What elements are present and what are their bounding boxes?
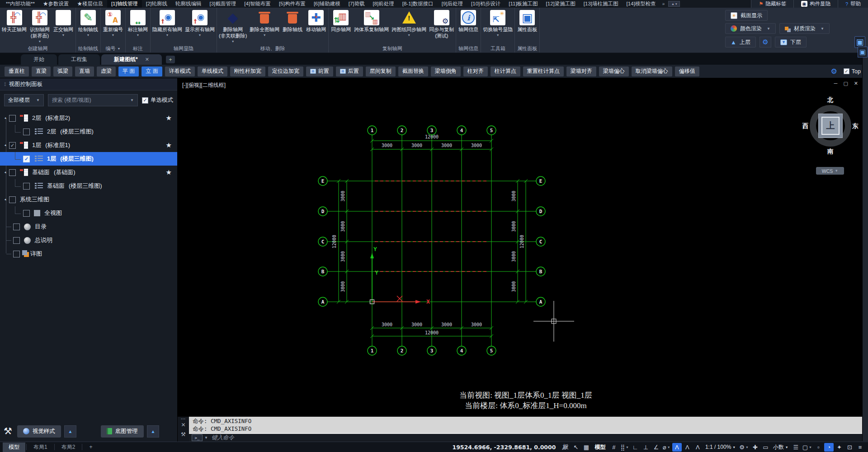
tree-row-1[interactable]: 2层(楼层三维图)	[0, 125, 177, 138]
slab-toggle-icon[interactable]: 板	[561, 443, 570, 452]
favorite-star-icon[interactable]: ★	[166, 141, 172, 149]
section-display-button[interactable]: ✳ 截面显示	[725, 10, 768, 21]
ribbon-button-9-0[interactable]: ▣属性面板	[515, 9, 539, 33]
base-map-expand-button[interactable]: ▲	[147, 425, 159, 438]
graphics-performance-icon[interactable]: ◔	[824, 443, 834, 452]
toolbar-button-8[interactable]: 单线模式	[198, 67, 227, 76]
ribbon-button-6-3[interactable]: ⚙同步与复制(测试)	[428, 9, 455, 40]
toolbar-button-20[interactable]: 梁墙偏心	[599, 67, 629, 76]
tree-checkbox[interactable]: ✓	[9, 142, 16, 149]
image-ref-icon[interactable]: ▦	[581, 443, 591, 452]
view-compass[interactable]: 上 北 东 南 西	[803, 99, 858, 153]
ribbon-button-8-0[interactable]: ⇱✳切换轴号显隐▼	[481, 9, 514, 37]
menu-item-6[interactable]: [3]截面管理	[206, 0, 241, 8]
close-icon[interactable]: ✕	[145, 57, 149, 62]
ribbon-button-6-1[interactable]: ▥↘▥跨体系复制轴网	[353, 9, 390, 33]
menu-item-18[interactable]: [14]模型检查	[622, 0, 660, 8]
ribbon-button-1-0[interactable]: ✎绘制轴线▼	[76, 9, 100, 37]
toolbar-button-19[interactable]: 梁墙对齐	[566, 67, 596, 76]
command-prompt-icon[interactable]: >_	[192, 434, 203, 441]
quick-properties-icon[interactable]: ☰	[791, 443, 801, 452]
toolbar-button-13[interactable]: 层间复制	[366, 67, 396, 76]
compass-east[interactable]: 东	[852, 122, 859, 130]
tree-checkbox[interactable]: ✓	[23, 156, 30, 162]
layer-up-button[interactable]: ▲ 上层	[725, 37, 756, 48]
tree-row-7[interactable]: 全视图	[0, 206, 177, 220]
ribbon-button-3-0[interactable]: ↔标注轴网▼	[126, 9, 150, 37]
annotation-scale-value[interactable]: 1:1 / 100%▼	[703, 444, 738, 450]
tree-row-0[interactable]: ▸2层(标准层2)★	[0, 111, 177, 125]
unit-format[interactable]: 小数▼	[771, 443, 791, 451]
layout-tab-0[interactable]: 模型	[3, 442, 25, 452]
tree-row-10[interactable]: 详图	[0, 247, 177, 261]
tree-row-2[interactable]: ▸✓1层(标准层1)★	[0, 138, 177, 152]
tree-row-5[interactable]: 基础面(楼层三维图)	[0, 179, 177, 193]
compass-west[interactable]: 西	[802, 122, 809, 130]
tree-checkbox[interactable]	[23, 210, 30, 217]
annotation-visibility-icon[interactable]: Λ	[672, 443, 682, 452]
minimize-icon[interactable]: ─	[834, 81, 838, 86]
viewport[interactable]: [-][俯视][二维线框] ─ ▢ ✕ 12000300030003000300…	[178, 78, 868, 416]
menu-item-12[interactable]: [8-1]数据接口	[398, 0, 438, 8]
menubar-button-1[interactable]: ◉构件显隐	[793, 0, 838, 8]
grid-display-icon[interactable]: #	[609, 443, 618, 452]
close-icon[interactable]: ✕	[854, 81, 858, 86]
menu-item-7[interactable]: [4]智能布置	[240, 0, 275, 8]
menu-item-15[interactable]: [11]板施工图	[505, 0, 542, 8]
tree-row-9[interactable]: 总说明	[0, 233, 177, 247]
tree-expand-icon[interactable]: ▸	[2, 114, 9, 122]
ribbon-button-4-0[interactable]: ◉†隐藏所有轴网▼	[151, 9, 184, 37]
favorite-star-icon[interactable]: ★	[166, 168, 172, 176]
annotation-scale-icon[interactable]: Λ	[693, 443, 703, 452]
drag-grip-icon[interactable]: ▪▪▪	[181, 417, 185, 420]
visual-style-expand-button[interactable]: ▲	[64, 425, 76, 438]
menu-icon[interactable]: ≡	[855, 443, 865, 452]
command-input[interactable]: >_ ▼ 键入命令	[189, 433, 868, 442]
viewport-title[interactable]: [-][俯视][二维线框]	[182, 81, 226, 89]
wcs-selector[interactable]: WCS ▼	[816, 167, 844, 175]
ribbon-button-4-1[interactable]: ◉†显示所有轴网▼	[184, 9, 216, 37]
ortho-icon[interactable]: ∟	[631, 443, 640, 452]
document-tab-1[interactable]: 工程集	[58, 54, 100, 65]
menu-item-2[interactable]: ★楼层信息	[73, 0, 107, 8]
toolbar-button-1[interactable]: 直梁	[32, 67, 51, 76]
menu-item-14[interactable]: [10]初步设计	[467, 0, 505, 8]
ribbon-button-7-0[interactable]: 轴网信息	[457, 9, 480, 33]
layout-tab-2[interactable]: 布局2	[56, 442, 81, 452]
menu-item-5[interactable]: 轮廓线编辑	[171, 0, 206, 8]
compass-cube[interactable]: 上	[818, 114, 843, 138]
ribbon-button-6-2[interactable]: 跨图纸同步轴网▼	[390, 9, 428, 37]
toolbar-button-12[interactable]: ▤后置	[336, 67, 363, 76]
toolbar-button-5[interactable]: 平 面	[118, 67, 139, 76]
menu-item-1[interactable]: ★参数设置	[39, 0, 73, 8]
object-isolate-icon[interactable]: ▫	[814, 443, 823, 452]
compass-top-face[interactable]: 上	[821, 117, 840, 135]
toolbar-button-0[interactable]: 垂直柱	[5, 67, 29, 76]
axis-grid-drawing[interactable]: 1200030003000300030003000300030003000120…	[178, 78, 868, 416]
cursor-select-icon[interactable]: ↖	[571, 443, 580, 452]
ribbon-button-6-0[interactable]: ▥⇅同步轴网	[329, 9, 353, 33]
display-settings-icon[interactable]: ▢▼	[802, 443, 813, 452]
annotation-settings-icon[interactable]: ⚙▼	[738, 443, 750, 452]
layout-tab-1[interactable]: 布局1	[28, 442, 53, 452]
close-icon[interactable]: ✕	[181, 422, 185, 428]
toolbar-gear-icon[interactable]: ⚙	[827, 67, 841, 76]
search-input[interactable]: 搜索 (楼层/视图) ▼	[48, 94, 138, 106]
ribbon-button-5-0[interactable]: ◆删除轴网(非关联删除)▼	[217, 9, 248, 43]
ruler-icon[interactable]: ▭	[761, 443, 770, 452]
object-snap-icon[interactable]: ∠	[651, 443, 661, 452]
menubar-button-2[interactable]: ?帮助	[838, 0, 868, 8]
layer-gear-button[interactable]: ⚙	[760, 37, 771, 48]
compass-south[interactable]: 南	[827, 147, 834, 156]
tree-checkbox[interactable]	[23, 128, 30, 135]
toolbar-button-4[interactable]: 虚梁	[97, 67, 116, 76]
ribbon-button-5-2[interactable]: 删除轴线	[281, 9, 304, 33]
tree-checkbox[interactable]	[23, 183, 30, 190]
tree-row-6[interactable]: ▸系统三维图	[0, 193, 177, 206]
add-tab-button[interactable]: +	[166, 56, 175, 63]
annotation-add-scale-icon[interactable]: Λ	[683, 443, 692, 452]
toolbar-button-3[interactable]: 直墙	[75, 67, 94, 76]
fullscreen-icon[interactable]: ⊡	[845, 443, 854, 452]
ribbon-button-5-1[interactable]: 删除全图轴网▼	[248, 9, 281, 37]
layout-tab-3[interactable]: +	[83, 443, 98, 451]
